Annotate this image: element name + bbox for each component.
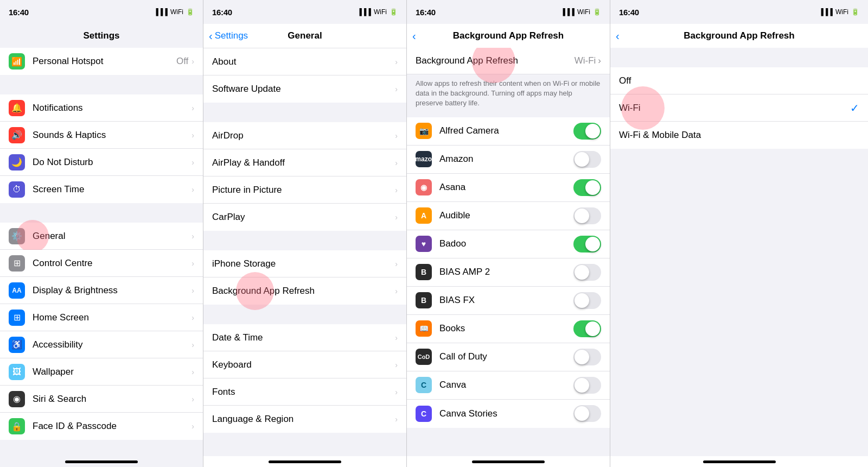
general-gap-2 <box>203 231 406 250</box>
app-row-asana[interactable]: ◉ Asana <box>407 174 610 202</box>
general-back-button[interactable]: ‹ Settings <box>209 30 248 41</box>
bias-amp2-icon: B <box>416 264 432 280</box>
home-bar-2 <box>269 460 341 463</box>
settings-row-accessibility[interactable]: ♿ Accessibility › <box>0 331 203 358</box>
bar-scroll[interactable]: Background App Refresh Wi-Fi › Allow app… <box>407 48 610 456</box>
books-toggle[interactable] <box>573 320 601 337</box>
general-section-2: AirDrop › AirPlay & Handoff › Picture in… <box>203 122 406 231</box>
dnd-chevron: › <box>192 158 194 167</box>
option-wifi-mobile-label: Wi-Fi & Mobile Data <box>619 130 859 141</box>
status-icons-2: ▐▐▐ WiFi 🔋 <box>357 8 398 16</box>
screen-time-icon: ⏱ <box>9 181 25 198</box>
bar-back-button[interactable]: ‹ <box>412 30 417 41</box>
general-scroll[interactable]: About › Software Update › AirDrop › AirP… <box>203 48 406 456</box>
alfred-camera-toggle[interactable] <box>573 123 601 140</box>
general-row-iphone-storage[interactable]: iPhone Storage › <box>203 250 406 277</box>
general-row-language-region[interactable]: Language & Region › <box>203 406 406 433</box>
app-row-books[interactable]: 📖 Books <box>407 315 610 343</box>
audible-toggle[interactable] <box>573 207 601 224</box>
fonts-chevron: › <box>395 388 398 396</box>
books-name: Books <box>439 323 573 334</box>
signal-icon-4: ▐▐▐ <box>819 8 833 16</box>
audible-icon: A <box>416 207 432 224</box>
bar-options-back-button[interactable]: ‹ <box>616 30 621 41</box>
settings-row-wallpaper[interactable]: 🖼 Wallpaper › <box>0 358 203 386</box>
bar-back-chevron: ‹ <box>412 30 416 41</box>
accessibility-label: Accessibility <box>33 339 192 350</box>
app-row-bias-amp2[interactable]: B BIAS AMP 2 <box>407 258 610 287</box>
settings-row-notifications[interactable]: 🔔 Notifications › <box>0 94 203 122</box>
app-row-amazon[interactable]: amazon Amazon <box>407 146 610 174</box>
general-back-chevron: ‹ <box>209 30 213 41</box>
bias-fx-icon: B <box>416 292 432 308</box>
general-row-airdrop[interactable]: AirDrop › <box>203 122 406 149</box>
general-row-date-time[interactable]: Date & Time › <box>203 324 406 351</box>
notifications-icon: 🔔 <box>9 100 25 116</box>
general-row-fonts[interactable]: Fonts › <box>203 378 406 406</box>
general-gap-1 <box>203 103 406 122</box>
app-row-badoo[interactable]: ♥ Badoo <box>407 230 610 258</box>
option-row-off[interactable]: Off <box>610 67 868 94</box>
display-label: Display & Brightness <box>33 285 192 296</box>
bar-description: Allow apps to refresh their content when… <box>407 74 610 117</box>
general-row-keyboard[interactable]: Keyboard › <box>203 351 406 378</box>
settings-row-dnd[interactable]: 🌙 Do Not Disturb › <box>0 149 203 176</box>
settings-row-screen-time[interactable]: ⏱ Screen Time › <box>0 176 203 203</box>
settings-row-control-centre[interactable]: ⊞ Control Centre › <box>0 250 203 277</box>
home-indicator-4 <box>610 456 868 467</box>
option-row-wifi-mobile[interactable]: Wi-Fi & Mobile Data <box>610 122 868 149</box>
bar-nav-header: ‹ Background App Refresh <box>407 24 610 48</box>
bias-fx-toggle[interactable] <box>573 292 601 309</box>
settings-row-sounds[interactable]: 🔊 Sounds & Haptics › <box>0 122 203 149</box>
asana-toggle[interactable] <box>573 179 601 196</box>
general-row-software-update[interactable]: Software Update › <box>203 75 406 103</box>
general-row-about[interactable]: About › <box>203 48 406 75</box>
canva-toggle[interactable] <box>573 377 601 394</box>
app-row-audible[interactable]: A Audible <box>407 202 610 230</box>
bar-header-row[interactable]: Background App Refresh Wi-Fi › <box>407 48 610 74</box>
signal-icon-3: ▐▐▐ <box>560 8 575 16</box>
general-row-airplay-handoff[interactable]: AirPlay & Handoff › <box>203 149 406 176</box>
app-row-canva-stories[interactable]: C Canva Stories <box>407 400 610 428</box>
language-region-chevron: › <box>395 415 398 424</box>
settings-row-general[interactable]: ⚙️ General › <box>0 223 203 250</box>
bar-header-title: Background App Refresh <box>416 55 518 66</box>
canva-stories-toggle[interactable] <box>573 405 601 422</box>
status-time-4: 16:40 <box>619 8 639 17</box>
settings-row-personal-hotspot[interactable]: 📶 Personal Hotspot Off › <box>0 48 203 75</box>
settings-section-1: 📶 Personal Hotspot Off › <box>0 48 203 75</box>
canva-icon: C <box>416 377 432 393</box>
bar-options-scroll[interactable]: Off Wi-Fi ✓ Wi-Fi & Mobile Data <box>610 48 868 456</box>
call-of-duty-toggle[interactable] <box>573 349 601 365</box>
screen-time-chevron: › <box>192 185 194 194</box>
general-row-picture-in-picture[interactable]: Picture in Picture › <box>203 176 406 204</box>
badoo-name: Badoo <box>439 238 573 249</box>
settings-row-siri[interactable]: ◉ Siri & Search › <box>0 386 203 413</box>
amazon-toggle[interactable] <box>573 151 601 168</box>
bar-options-back-chevron: ‹ <box>616 30 620 41</box>
wallpaper-icon: 🖼 <box>9 364 25 380</box>
call-of-duty-name: Call of Duty <box>439 351 573 362</box>
bias-amp2-toggle[interactable] <box>573 264 601 281</box>
app-row-bias-fx[interactable]: B BIAS FX <box>407 287 610 315</box>
general-row-carplay[interactable]: CarPlay › <box>203 204 406 231</box>
settings-nav-header: Settings <box>0 24 203 48</box>
settings-row-home-screen[interactable]: ⊞ Home Screen › <box>0 304 203 331</box>
status-icons-3: ▐▐▐ WiFi 🔋 <box>560 8 601 16</box>
settings-row-face-id[interactable]: 🔒 Face ID & Passcode › <box>0 413 203 440</box>
general-row-background-app-refresh[interactable]: Background App Refresh › <box>203 277 406 305</box>
status-icons-1: ▐▐▐ WiFi 🔋 <box>154 8 194 16</box>
app-row-alfred-camera[interactable]: 📷 Alfred Camera <box>407 117 610 146</box>
sounds-label: Sounds & Haptics <box>33 130 192 141</box>
badoo-toggle[interactable] <box>573 236 601 253</box>
settings-scroll[interactable]: 📶 Personal Hotspot Off › 🔔 Notifications… <box>0 48 203 456</box>
home-bar-1 <box>65 460 138 463</box>
app-row-call-of-duty[interactable]: CoD Call of Duty <box>407 343 610 371</box>
settings-row-display[interactable]: AA Display & Brightness › <box>0 277 203 304</box>
amazon-icon: amazon <box>416 151 432 167</box>
app-row-canva[interactable]: C Canva <box>407 371 610 400</box>
bar-value-chevron: › <box>598 55 601 66</box>
option-row-wifi[interactable]: Wi-Fi ✓ <box>610 94 868 122</box>
wifi-icon: WiFi <box>170 8 183 16</box>
wifi-icon-2: WiFi <box>374 8 387 16</box>
